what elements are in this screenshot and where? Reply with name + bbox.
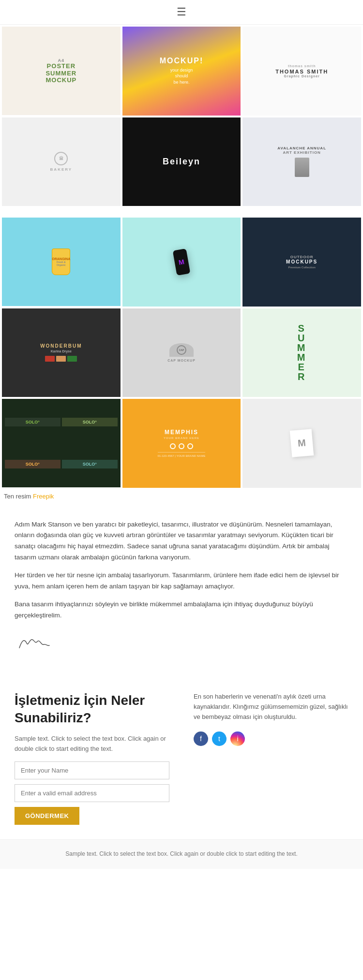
gallery-section: A4 POSTERSUMMERMOCKUP MOCKUP! your desig… [0, 25, 363, 510]
bio-paragraph-3: Bana tasarım ihtiyaçlarınızı söyleyin ve… [15, 599, 348, 621]
gallery-item[interactable]: CAP CAP MOCKUP [122, 308, 241, 397]
cta-title: İşletmeniz İçin Neler Sunabiliriz? [15, 692, 169, 727]
gallery-item[interactable]: OUTDOOR MOCKUPS Premium Collection [242, 218, 361, 307]
gallery-item[interactable]: MEMPHIS YOUR BRAND HERE 01-123-4567 | YO… [122, 399, 241, 488]
gallery-grid-bottom: ORANGINA Fresh & Organic M OUTDOOR MOCKU… [0, 216, 363, 490]
gallery-item[interactable]: ORANGINA Fresh & Organic [2, 218, 121, 306]
gallery-item[interactable]: thomas smith THOMAS SMITH Graphic Design… [242, 27, 361, 116]
instagram-letter: i [237, 735, 238, 743]
gallery-item[interactable]: A4 POSTERSUMMERMOCKUP [2, 27, 121, 115]
footer-text: Sample text. Click to select the text bo… [15, 849, 348, 859]
freepik-link[interactable]: Freepik [33, 493, 54, 500]
gallery-item[interactable]: 🏛 BAKERY [2, 117, 121, 206]
social-icons: f t i [194, 731, 348, 746]
cta-right-panel: En son haberlerin ve venenati'n aylık öz… [184, 692, 348, 825]
gallery-item[interactable]: MOCKUP! your designshouldbe here. [122, 27, 241, 116]
gallery-item[interactable]: M [122, 218, 241, 307]
gallery-grid-top: A4 POSTERSUMMERMOCKUP MOCKUP! your desig… [0, 25, 363, 208]
bio-paragraph-1: Adım Mark Stanson ve ben yaratıcı bir pa… [15, 519, 348, 564]
gallery-item[interactable]: WONDERBUM Karina Dryse [2, 308, 121, 397]
submit-button[interactable]: GÖNDERMEK [15, 807, 79, 825]
bio-section: Adım Mark Stanson ve ben yaratıcı bir pa… [0, 510, 363, 673]
cta-left-panel: İşletmeniz İçin Neler Sunabiliriz? Sampl… [15, 692, 169, 825]
bio-paragraph-2: Her türden ve her tür nesne için ambalaj… [15, 570, 348, 592]
cta-description: Sample text. Click to select the text bo… [15, 734, 169, 754]
gallery-item[interactable]: Beileyn [122, 117, 241, 206]
facebook-icon[interactable]: f [194, 731, 208, 746]
gallery-item[interactable]: SOLO° SOLO° SOLO° SOLO° [2, 399, 121, 487]
gallery-item[interactable]: M [242, 399, 361, 488]
cta-right-text: En son haberlerin ve venenati'n aylık öz… [194, 692, 348, 722]
twitter-letter: t [218, 735, 220, 743]
hamburger-icon[interactable]: ☰ [177, 6, 186, 18]
gallery-item[interactable]: AVALANCHE ANNUAL ART EXHIBITION [242, 117, 361, 206]
gallery-item[interactable]: SUMMER [242, 308, 361, 397]
instagram-icon[interactable]: i [230, 731, 245, 746]
email-input[interactable] [15, 784, 169, 802]
twitter-icon[interactable]: t [212, 731, 227, 746]
cta-section: İşletmeniz İçin Neler Sunabiliriz? Sampl… [0, 673, 363, 839]
footer: Sample text. Click to select the text bo… [0, 839, 363, 868]
header: ☰ [0, 0, 363, 25]
facebook-letter: f [200, 735, 202, 743]
name-input[interactable] [15, 761, 169, 779]
signature [15, 631, 348, 658]
gallery-caption: Ten resim Freepik [0, 490, 363, 510]
